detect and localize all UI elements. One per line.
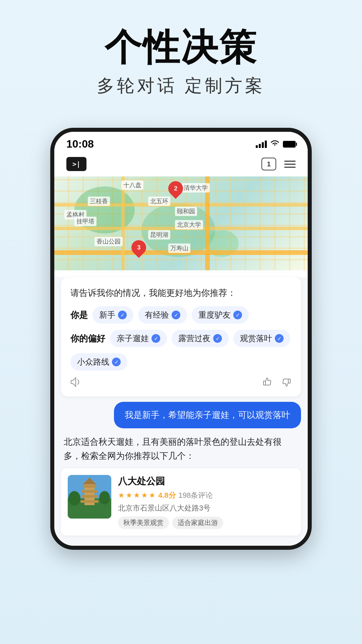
hero-section: 个性决策 多轮对话 定制方案 bbox=[0, 0, 362, 111]
check-icon: ✓ bbox=[152, 334, 160, 343]
status-bar: 10:08 bbox=[54, 132, 308, 154]
star-half: ★ bbox=[149, 491, 156, 500]
map-label-5: 挂甲塔 bbox=[74, 217, 97, 226]
options-row-3: 小众路线 ✓ bbox=[70, 353, 292, 371]
signal-icon bbox=[256, 141, 267, 148]
chip-niche[interactable]: 小众路线 ✓ bbox=[70, 353, 127, 371]
wifi-icon bbox=[270, 140, 280, 149]
svg-rect-8 bbox=[80, 500, 99, 503]
chip-leaves[interactable]: 观赏落叶 ✓ bbox=[233, 330, 290, 347]
chip-camping[interactable]: 露营过夜 ✓ bbox=[172, 330, 229, 347]
feedback-icons bbox=[262, 377, 292, 390]
options-row-2: 你的偏好 亲子遛娃 ✓ 露营过夜 ✓ 观赏落叶 ✓ bbox=[70, 330, 292, 347]
star-3: ★ bbox=[133, 491, 140, 500]
check-icon: ✓ bbox=[213, 334, 222, 343]
user-message: 我是新手，希望能亲子遛娃，可以观赏落叶 bbox=[61, 402, 301, 428]
menu-line bbox=[284, 167, 296, 168]
map-label-8: 颐和园 bbox=[175, 207, 197, 216]
place-rating: ★ ★ ★ ★ ★ 4.8分 198条评论 bbox=[118, 490, 294, 500]
map-label-9: 北京大学 bbox=[175, 220, 203, 229]
chip-family[interactable]: 亲子遛娃 ✓ bbox=[110, 330, 167, 347]
place-tags: 秋季美景观赏 适合家庭出游 bbox=[118, 517, 294, 529]
chip-experienced[interactable]: 有经验 ✓ bbox=[138, 306, 187, 324]
app-header: >| 1 bbox=[54, 154, 308, 176]
place-name: 八大处公园 bbox=[118, 475, 294, 488]
hero-title: 个性决策 bbox=[13, 27, 349, 67]
user-message-text: 我是新手，希望能亲子遛娃，可以观赏落叶 bbox=[114, 402, 301, 428]
options-row-1: 你是 新手 ✓ 有经验 ✓ 重度驴友 ✓ bbox=[70, 306, 292, 324]
phone-wrapper: 10:08 bbox=[0, 128, 362, 550]
place-card[interactable]: 八大处公园 ★ ★ ★ ★ ★ 4.8分 198条评论 北京市石景山区八大处路3… bbox=[61, 468, 301, 536]
check-icon: ✓ bbox=[233, 311, 242, 319]
row2-label: 你的偏好 bbox=[70, 333, 105, 344]
place-info: 八大处公园 ★ ★ ★ ★ ★ 4.8分 198条评论 北京市石景山区八大处路3… bbox=[118, 475, 294, 529]
map-area: 十八盘 三桂香 孟格村 香山公园 挂甲塔 北五环 清华大学 颐和园 北京大学 昆… bbox=[54, 176, 308, 270]
map-label-7: 清华大学 bbox=[182, 183, 210, 193]
status-time: 10:08 bbox=[66, 138, 94, 150]
map-label-6: 北五环 bbox=[148, 197, 170, 206]
tab-badge[interactable]: 1 bbox=[261, 158, 276, 170]
menu-line bbox=[284, 161, 296, 162]
app-logo: >| bbox=[66, 157, 86, 171]
check-icon: ✓ bbox=[118, 311, 127, 319]
place-tag-1: 秋季美景观赏 bbox=[118, 517, 169, 529]
chat-area: 请告诉我你的情况，我能更好地为你推荐： 你是 新手 ✓ 有经验 ✓ 重度驴友 ✓ bbox=[54, 277, 308, 546]
svg-rect-1 bbox=[288, 379, 290, 383]
map-label-11: 万寿山 bbox=[168, 244, 190, 253]
check-icon: ✓ bbox=[172, 311, 180, 319]
thumbs-up-icon[interactable] bbox=[262, 377, 273, 390]
hero-subtitle: 多轮对话 定制方案 bbox=[13, 74, 349, 98]
map-label-2: 三桂香 bbox=[88, 197, 110, 206]
star-4: ★ bbox=[141, 491, 148, 500]
chip-novice[interactable]: 新手 ✓ bbox=[93, 306, 133, 324]
review-count: 198条评论 bbox=[179, 490, 213, 500]
thumbs-down-icon[interactable] bbox=[281, 377, 292, 390]
star-2: ★ bbox=[126, 491, 132, 500]
place-image bbox=[68, 475, 111, 519]
header-right: 1 bbox=[261, 158, 296, 170]
map-label-4: 香山公园 bbox=[95, 237, 123, 246]
status-icons bbox=[256, 140, 296, 149]
check-icon: ✓ bbox=[112, 358, 121, 366]
row1-label: 你是 bbox=[70, 309, 88, 321]
svg-rect-6 bbox=[82, 490, 97, 493]
chip-heavy-hiker[interactable]: 重度驴友 ✓ bbox=[192, 306, 249, 324]
ai-message-bubble: 请告诉我你的情况，我能更好地为你推荐： 你是 新手 ✓ 有经验 ✓ 重度驴友 ✓ bbox=[61, 277, 301, 396]
map-road-v bbox=[121, 176, 125, 270]
place-tag-2: 适合家庭出游 bbox=[172, 517, 223, 529]
ai-bubble-text: 请告诉我你的情况，我能更好地为你推荐： bbox=[70, 286, 292, 300]
map-label-1: 十八盘 bbox=[121, 180, 143, 190]
ai-response-text: 北京适合秋天遛娃，且有美丽的落叶景色的登山去处有很多，检索全网为你推荐以下几个： bbox=[61, 435, 301, 463]
phone-mockup: 10:08 bbox=[50, 128, 312, 550]
svg-rect-5 bbox=[83, 485, 96, 488]
svg-rect-7 bbox=[81, 495, 98, 498]
svg-rect-0 bbox=[263, 381, 265, 385]
speaker-icon[interactable] bbox=[70, 377, 81, 389]
bubble-footer bbox=[70, 377, 292, 390]
stars: ★ ★ ★ ★ ★ bbox=[118, 491, 156, 500]
check-icon: ✓ bbox=[275, 334, 284, 343]
rating-score: 4.8分 bbox=[158, 490, 176, 500]
menu-line bbox=[284, 164, 296, 165]
menu-button[interactable] bbox=[284, 161, 296, 168]
svg-point-11 bbox=[99, 491, 110, 504]
battery-icon bbox=[283, 141, 296, 148]
star-1: ★ bbox=[118, 491, 125, 500]
place-address: 北京市石景山区八大处路3号 bbox=[118, 503, 294, 513]
map-label-10: 昆明湖 bbox=[148, 230, 170, 239]
svg-point-10 bbox=[68, 491, 80, 506]
